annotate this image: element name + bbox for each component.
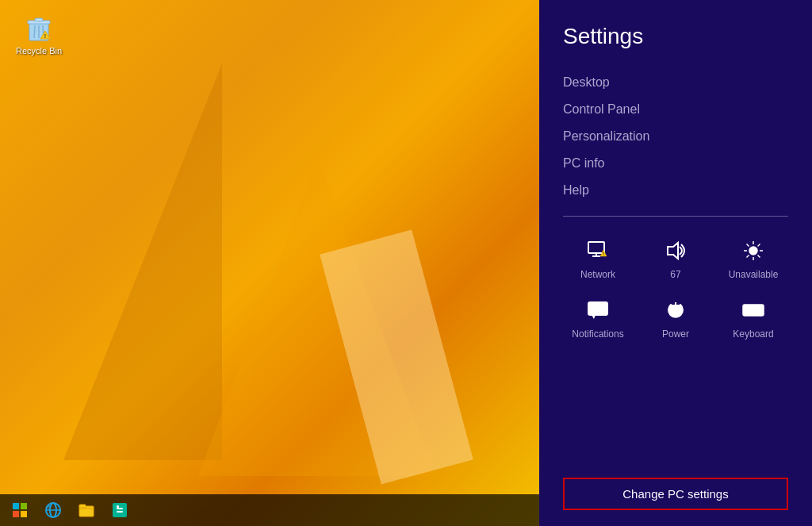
network-icon: ! [584,236,612,265]
svg-rect-44 [753,307,756,309]
menu-item-pc-info[interactable]: PC info [563,150,788,177]
settings-menu: Desktop Control Panel Personalization PC… [563,69,788,204]
store-button[interactable] [104,496,136,524]
svg-text:!: ! [44,33,46,39]
svg-rect-47 [749,310,752,312]
file-explorer-button[interactable] [71,496,102,524]
recycle-bin-image: ! [23,12,55,44]
start-button[interactable] [4,496,36,524]
svg-rect-10 [13,511,19,517]
svg-rect-17 [79,505,86,508]
network-label: Network [580,269,615,280]
quick-item-keyboard[interactable]: Keyboard [718,292,788,344]
settings-panel: Settings Desktop Control Panel Personali… [539,0,812,526]
svg-rect-8 [13,503,19,509]
svg-rect-49 [757,310,760,312]
svg-line-36 [747,255,749,258]
svg-rect-9 [21,503,27,509]
svg-rect-50 [749,313,758,314]
svg-rect-19 [117,508,123,509]
volume-icon [661,236,690,265]
menu-item-desktop[interactable]: Desktop [563,69,788,96]
recycle-bin-icon[interactable]: ! Recycle Bin [12,8,66,60]
svg-rect-21 [117,505,119,508]
notifications-icon [584,296,612,324]
svg-rect-18 [113,503,127,517]
svg-rect-20 [117,511,123,513]
taskbar: e [0,494,539,526]
brightness-icon [739,236,768,265]
svg-text:!: ! [603,251,604,256]
volume-label: 67 [670,269,680,280]
menu-item-help[interactable]: Help [563,177,788,204]
svg-line-34 [758,255,760,258]
svg-rect-48 [753,310,756,312]
recycle-bin-label: Recycle Bin [16,46,62,56]
svg-line-3 [34,25,35,38]
menu-item-personalization[interactable]: Personalization [563,123,788,150]
desktop: ! Recycle Bin e [0,0,539,526]
svg-point-28 [749,247,757,255]
quick-settings-grid: ! Network 67 [563,232,788,344]
svg-rect-43 [749,307,752,309]
change-pc-settings-button[interactable]: Change PC settings [563,478,788,510]
quick-item-power[interactable]: Power [641,292,710,344]
settings-title: Settings [563,24,788,49]
menu-item-control-panel[interactable]: Control Panel [563,96,788,123]
brightness-label: Unavailable [729,269,779,280]
svg-marker-40 [592,315,596,319]
quick-item-brightness[interactable]: Unavailable [718,232,788,284]
svg-rect-45 [757,307,760,309]
power-icon [661,296,690,324]
svg-rect-46 [745,310,748,312]
svg-line-33 [747,244,749,247]
power-label: Power [662,328,689,340]
quick-item-notifications[interactable]: Notifications [563,292,633,344]
svg-marker-27 [668,243,678,259]
quick-item-network[interactable]: ! Network [563,232,633,284]
keyboard-label: Keyboard [733,328,773,340]
change-pc-settings-label: Change PC settings [622,487,728,501]
quick-item-volume[interactable]: 67 [641,232,710,284]
keyboard-icon [739,296,768,324]
svg-line-35 [758,244,760,247]
svg-rect-42 [745,307,748,309]
svg-rect-11 [21,511,27,517]
notifications-label: Notifications [572,328,623,340]
ie-button[interactable]: e [37,496,69,524]
svg-rect-22 [588,242,604,253]
settings-divider [563,216,788,217]
svg-text:e: e [47,503,51,510]
svg-rect-2 [35,18,43,21]
